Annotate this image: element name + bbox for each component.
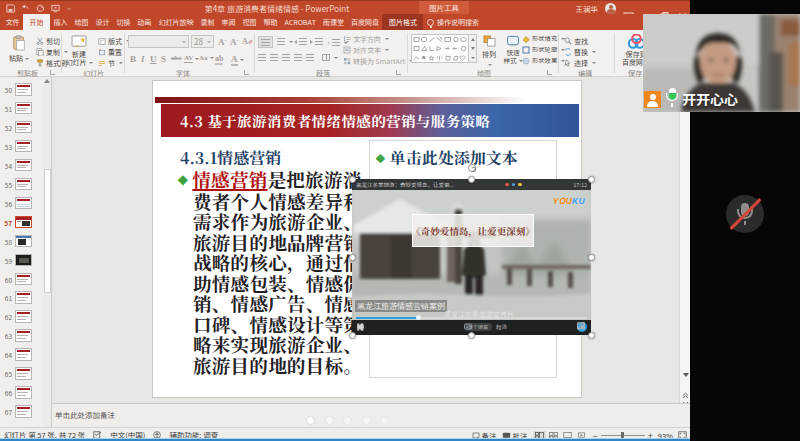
account-name[interactable]: 王澜华 [576,3,599,14]
slide-thumbnail-58[interactable]: 58 [0,234,43,253]
tab-design[interactable]: 设计 [92,14,113,30]
slide-thumbnail-61[interactable]: 61 [0,290,43,309]
restore-button[interactable] [659,3,670,14]
selection-handle[interactable] [349,254,356,261]
font-size-combo[interactable]: 28 [191,35,214,48]
notes-pane[interactable]: 单击此处添加备注 [52,403,690,427]
minimize-button[interactable] [641,3,652,14]
replace-button[interactable]: 替换 [564,47,596,57]
bold-button[interactable]: B [130,54,136,64]
selection-handle[interactable] [588,254,595,261]
ribbon-display-options-icon[interactable] [623,3,634,14]
scroll-down-icon[interactable] [683,373,689,377]
tab-acrobat[interactable]: ACROBAT [281,14,319,30]
previous-slide-button[interactable] [682,380,689,387]
slide-thumbnail-65[interactable]: 65 [0,366,43,385]
paragraph-dialog-launcher[interactable] [396,70,401,75]
shadow-button[interactable]: S [161,54,166,64]
selection-handle[interactable] [349,332,356,339]
arrange-button[interactable]: 排列 [479,35,499,69]
tab-help[interactable]: 帮助 [260,14,281,30]
font-name-combo[interactable] [128,35,189,48]
thumbnail-scrollbar-thumb[interactable] [44,169,51,293]
tab-insert[interactable]: 插入 [50,14,71,30]
columns-icon[interactable] [322,54,338,61]
section-button[interactable]: 节 [98,58,123,68]
drawing-dialog-launcher[interactable] [547,70,552,75]
italic-button[interactable]: I [141,54,145,64]
new-slide-button[interactable]: 新建 幻灯片 [63,35,95,66]
clipboard-dialog-launcher[interactable] [50,70,55,75]
tab-rain-classroom[interactable]: 雨课堂 [319,14,347,30]
webcam-video[interactable]: 开开心心 [643,14,800,112]
selection-handle[interactable] [468,332,475,339]
slide-thumbnail-55[interactable]: 55 [0,177,43,196]
account-avatar[interactable] [605,3,616,14]
increase-indent-icon[interactable] [310,38,323,45]
tab-baidu-netdisk[interactable]: 百度网盘 [347,14,382,30]
microphone-muted-icon[interactable] [726,195,764,233]
tab-transitions[interactable]: 切换 [113,14,134,30]
tab-record[interactable]: 录制 [197,14,218,30]
text-direction-button[interactable]: 文字方向 [343,34,389,44]
find-button[interactable]: 查找 [564,36,588,46]
undo-icon[interactable] [21,4,30,13]
tab-file[interactable]: 文件 [2,14,23,30]
slide-body-text[interactable]: ❖ 情感营销是把旅游消费者个人情感差异和需求作为旅游企业、旅游目的地品牌营销战略… [177,169,367,375]
video-player[interactable]: 黑龙江冬季旅游：奇妙爱情岛，让爱更... 17:12 YOUKU 《奇妙爱情岛，… [352,179,591,335]
decrease-font-icon[interactable]: Aˇ [230,37,239,47]
font-dialog-launcher[interactable] [244,70,249,75]
shapes-gallery[interactable] [411,34,469,63]
slide-thumbnail-57[interactable]: 57 [0,215,43,234]
slide-thumbnail-54[interactable]: 54 [0,158,43,177]
scroll-up-icon[interactable] [44,79,50,83]
video-progress-bar[interactable] [356,317,587,319]
tab-home[interactable]: 开始 [23,14,50,30]
tab-slideshow[interactable]: 幻灯片放映 [155,14,197,30]
align-text-button[interactable]: 对齐文本 [343,45,389,55]
font-color-icon[interactable]: A [231,54,244,66]
redo-icon[interactable] [36,4,45,13]
slide-thumbnail-52[interactable]: 52 [0,120,43,139]
slide-thumbnail-64[interactable]: 64 [0,347,43,366]
save-icon[interactable] [6,4,15,13]
bullets-button[interactable] [258,36,273,48]
fullscreen-icon[interactable] [577,322,585,330]
volume-icon[interactable] [357,323,366,331]
increase-font-icon[interactable]: Aˆ [218,37,227,47]
underline-button[interactable]: U [150,54,157,64]
reset-button[interactable]: 重置 [98,47,122,57]
tab-picture-format[interactable]: 图片格式 [382,14,423,30]
clear-formatting-icon[interactable]: A [242,37,253,46]
selection-handle[interactable] [588,176,595,183]
slide-thumbnail-50[interactable]: 50 [0,82,43,101]
tab-draw[interactable]: 绘图 [71,14,92,30]
decrease-indent-icon[interactable] [294,38,307,45]
tab-animations[interactable]: 动画 [134,14,155,30]
slide-thumbnail-56[interactable]: 56 [0,196,43,215]
slide-title-banner[interactable]: 4.3 基于旅游消费者情绪情感的营销与服务策略 [161,104,579,137]
slide-thumbnail-62[interactable]: 62 [0,309,43,328]
next-slide-button[interactable] [682,389,689,396]
change-case-button[interactable]: Aa [199,54,214,62]
tab-review[interactable]: 审阅 [218,14,239,30]
tab-view[interactable]: 视图 [239,14,260,30]
text-highlight-icon[interactable]: ab [215,54,223,65]
slide-thumbnail-60[interactable]: 60 [0,272,43,291]
danmaku-toggle-icon[interactable] [464,323,472,331]
zoom-track[interactable] [601,435,645,436]
rotation-handle[interactable] [468,164,476,172]
start-slideshow-icon[interactable] [51,4,60,13]
convert-smartart-button[interactable]: 转换为 SmartArt [343,56,413,66]
slide-thumbnail-59[interactable]: 59 [0,253,43,272]
selection-handle[interactable] [588,332,595,339]
tab-tell-me[interactable]: 操作说明搜索 [423,14,482,30]
alignment-buttons[interactable] [258,54,314,61]
layout-button[interactable]: 版式 [98,36,130,46]
slide-thumbnail-51[interactable]: 51 [0,101,43,120]
character-spacing-button[interactable]: AV [184,54,199,63]
slide-thumbnail-66[interactable]: 66 [0,385,43,404]
paste-button[interactable]: 粘贴 [6,35,32,63]
strikethrough-button[interactable]: abc [171,54,182,62]
slide-thumbnail-63[interactable]: 63 [0,328,43,347]
